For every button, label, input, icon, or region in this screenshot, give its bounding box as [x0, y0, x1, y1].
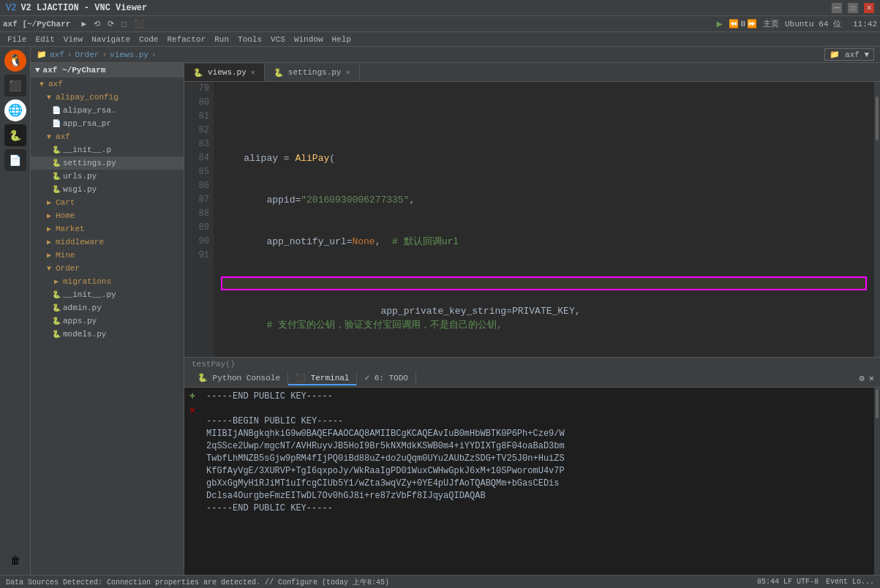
- tab-python-console[interactable]: 🐍 Python Console: [190, 372, 288, 385]
- chrome-icon[interactable]: 🌐: [4, 99, 26, 121]
- breadcrumb-sep1: ›: [67, 50, 72, 59]
- ide-menu-item-code[interactable]: Code: [135, 34, 162, 45]
- tab-views-icon: 🐍: [193, 68, 203, 78]
- sidebar-label-app-rsa: app_rsa_pr: [63, 119, 111, 128]
- toolbar-icon-5[interactable]: ⬛: [132, 18, 146, 29]
- terminal-gear-icon[interactable]: ⚙: [860, 373, 865, 384]
- vnc-menu-bar: axf [~/PyCharr ▶ ⟲ ⟳ ⬚ ⬛ ▶ ⏪⏸⏩ 主页 Ubuntu…: [0, 16, 880, 32]
- vertical-scrollbar[interactable]: [874, 82, 880, 357]
- terminal-close-icon[interactable]: ✕: [869, 373, 874, 384]
- terminal-scrollbar[interactable]: [874, 388, 880, 575]
- toolbar-icon-4[interactable]: ⬚: [119, 18, 129, 29]
- status-left: Data Sources Detected: Connection proper…: [6, 577, 389, 587]
- sidebar-label-order: Order: [56, 264, 80, 273]
- tab-views-close[interactable]: ✕: [251, 68, 255, 77]
- toolbar-icon-1[interactable]: ▶: [79, 18, 89, 29]
- ide-menu-item-window[interactable]: Window: [290, 34, 328, 45]
- sidebar-item-alipay-rsa[interactable]: 📄 alipay_rsa.: [31, 104, 184, 117]
- status-event-log[interactable]: Event Lo...: [826, 578, 874, 586]
- ide-menu-item-vcs[interactable]: VCS: [266, 34, 290, 45]
- code-line-80: alipay = AliPay(: [221, 151, 867, 165]
- sidebar-item-settings[interactable]: 🐍 settings.py: [31, 157, 184, 170]
- terminal-line-7: KfGfAyVgE/3XURVP+TgI6qxpoJy/WkRaaIgPD01W…: [206, 465, 868, 478]
- sidebar-item-app-rsa[interactable]: 📄 app_rsa_pr: [31, 117, 184, 130]
- sidebar-item-init[interactable]: 🐍 __init__.p: [31, 143, 184, 157]
- minimize-button[interactable]: ─: [832, 3, 842, 13]
- ide-menu-item-tools[interactable]: Tools: [233, 34, 266, 45]
- file-icon-alipay-rsa: 📄: [51, 106, 61, 115]
- sidebar-label-settings: settings.py: [63, 159, 116, 167]
- sidebar-item-cart[interactable]: ▶ Cart: [31, 196, 184, 209]
- sidebar-item-order[interactable]: ▼ Order: [31, 262, 184, 275]
- folder-icon-order: ▼: [44, 265, 54, 273]
- folder-icon-axf2: ▼: [44, 133, 54, 141]
- sidebar-label-axf2: axf: [56, 132, 70, 141]
- files-icon[interactable]: 📄: [4, 149, 26, 171]
- sidebar-item-apps[interactable]: 🐍 apps.py: [31, 314, 184, 328]
- sidebar-item-axf[interactable]: ▼ axf: [31, 78, 184, 91]
- ide-main-area: ▼ axf ~/PyCharm ▼ axf ▼ alipay_config 📄: [31, 63, 880, 575]
- breadcrumb-axf-label[interactable]: axf: [50, 50, 64, 59]
- sidebar-item-alipay-config[interactable]: ▼ alipay_config: [31, 91, 184, 104]
- py-icon-settings: 🐍: [51, 159, 61, 167]
- folder-icon-migrations: ▶: [51, 277, 61, 286]
- tab-todo[interactable]: ✓ 6: TODO: [357, 372, 415, 385]
- sidebar-item-order-init[interactable]: 🐍 __init__.py: [31, 288, 184, 301]
- ide-menu-item-refactor[interactable]: Refactor: [162, 34, 210, 45]
- toolbar-icon-3[interactable]: ⟳: [105, 18, 116, 29]
- sidebar-label-models: models.py: [63, 330, 106, 339]
- folder-icon-middleware: ▶: [44, 238, 54, 246]
- sidebar-item-market[interactable]: ▶ Market: [31, 222, 184, 235]
- code-line-79: [221, 110, 867, 124]
- py-icon-urls: 🐍: [51, 172, 61, 181]
- sidebar-item-mine[interactable]: ▶ Mine: [31, 249, 184, 262]
- breadcrumb-order[interactable]: Order: [75, 50, 99, 59]
- terminal-add-icon[interactable]: +: [189, 391, 195, 402]
- tab-terminal[interactable]: ⬛ Terminal: [288, 372, 357, 385]
- sidebar-item-axf2[interactable]: ▼ axf: [31, 130, 184, 143]
- trash-icon[interactable]: 🗑: [4, 550, 26, 572]
- status-bar: Data Sources Detected: Connection proper…: [0, 575, 880, 588]
- breadcrumb-views[interactable]: views.py: [110, 50, 148, 59]
- folder-icon: ▼: [37, 80, 47, 88]
- sidebar-item-urls[interactable]: 🐍 urls.py: [31, 170, 184, 183]
- ide-menu-item-file[interactable]: File: [3, 34, 31, 45]
- sidebar-item-migrations[interactable]: ▶ migrations: [31, 275, 184, 288]
- terminal-line-3: -----BEGIN PUBLIC KEY-----: [206, 415, 868, 428]
- py-icon-wsgi: 🐍: [51, 185, 61, 194]
- sidebar-label-migrations: migrations: [63, 277, 111, 286]
- tab-views[interactable]: 🐍 views.py ✕: [184, 64, 265, 81]
- sidebar-label-wsgi: wsgi.py: [63, 185, 97, 194]
- sidebar-item-wsgi[interactable]: 🐍 wsgi.py: [31, 183, 184, 196]
- maximize-button[interactable]: □: [848, 3, 858, 13]
- sidebar-item-admin[interactable]: 🐍 admin.py: [31, 301, 184, 314]
- terminal-icon[interactable]: ⬛: [4, 75, 26, 97]
- tab-settings-close[interactable]: ✕: [345, 68, 350, 77]
- toolbar-icon-2[interactable]: ⟲: [91, 18, 102, 29]
- close-button[interactable]: ✕: [864, 3, 874, 13]
- ide-menu-item-edit[interactable]: Edit: [31, 34, 59, 45]
- pycharm-icon[interactable]: 🐍: [4, 124, 26, 146]
- ubuntu-icon[interactable]: 🐧: [4, 50, 26, 72]
- project-collapse-icon: ▼: [35, 66, 40, 75]
- toolbar-run-icon[interactable]: ▶: [717, 18, 723, 30]
- function-breadcrumb: testPay(): [184, 357, 880, 370]
- code-content[interactable]: 79 80 81 82 83 84 85 86 87 88: [184, 82, 880, 357]
- ide-inner: 📁 axf › Order › views.py › 📁 axf ▼ ▼ axf…: [31, 47, 880, 575]
- project-label: axf [~/PyCharr: [3, 20, 70, 29]
- sidebar-item-home[interactable]: ▶ Home: [31, 209, 184, 222]
- project-header[interactable]: ▼ axf ~/PyCharm: [31, 63, 184, 78]
- ide-menu-item-help[interactable]: Help: [328, 34, 356, 45]
- tab-settings[interactable]: 🐍 settings.py ✕: [265, 64, 360, 81]
- sidebar-item-models[interactable]: 🐍 models.py: [31, 328, 184, 341]
- ide-menu-bar: File Edit View Navigate Code Refactor Ru…: [0, 32, 880, 47]
- ide-menu-item-navigate[interactable]: Navigate: [87, 34, 135, 45]
- sidebar-item-middleware[interactable]: ▶ middleware: [31, 235, 184, 249]
- sidebar-label-admin: admin.py: [63, 304, 102, 312]
- terminal-line-8: gbXxGgMyH1RJiMT1uIfcgCIUb5Y1/wZta3wqVZy+…: [206, 478, 868, 490]
- ide-menu-item-view[interactable]: View: [59, 34, 87, 45]
- terminal-line-10: -----END PUBLIC KEY-----: [206, 502, 868, 515]
- code-line-81: appid="20160930006277335",: [221, 193, 867, 207]
- ide-menu-item-run[interactable]: Run: [210, 34, 233, 45]
- project-selector[interactable]: 📁 axf ▼: [824, 48, 874, 61]
